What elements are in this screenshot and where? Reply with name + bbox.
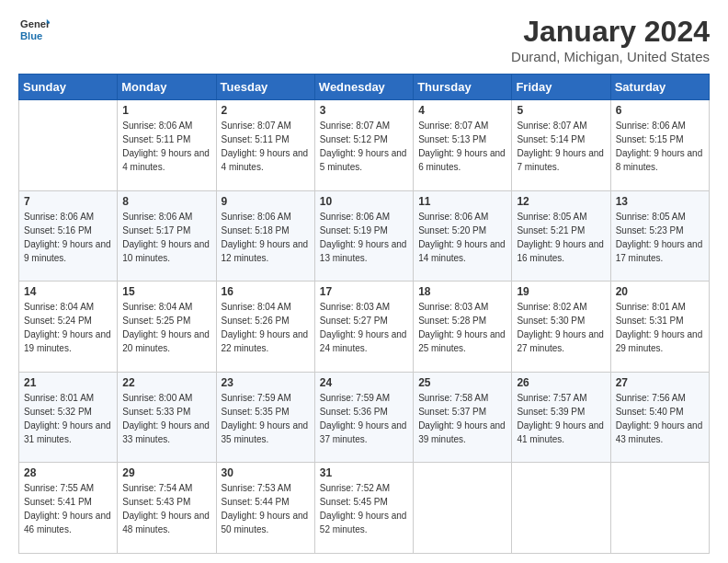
- day-number: 21: [24, 376, 112, 389]
- calendar-cell: 10 Sunrise: 8:06 AMSunset: 5:19 PMDaylig…: [314, 190, 413, 282]
- calendar-subtitle: Durand, Michigan, United States: [511, 49, 710, 64]
- day-info: Sunrise: 8:06 AMSunset: 5:20 PMDaylight:…: [418, 210, 506, 265]
- day-info: Sunrise: 8:06 AMSunset: 5:11 PMDaylight:…: [122, 119, 210, 174]
- calendar-cell: 21 Sunrise: 8:01 AMSunset: 5:32 PMDaylig…: [19, 372, 118, 463]
- day-number: 5: [517, 104, 605, 117]
- day-number: 22: [122, 376, 210, 389]
- day-number: 26: [517, 376, 605, 389]
- weekday-header-saturday: Saturday: [610, 75, 709, 100]
- calendar-cell: 22 Sunrise: 8:00 AMSunset: 5:33 PMDaylig…: [118, 372, 216, 463]
- day-number: 4: [418, 104, 506, 117]
- day-number: 14: [24, 285, 112, 298]
- day-number: 10: [320, 195, 408, 208]
- calendar-week-5: 28 Sunrise: 7:55 AMSunset: 5:41 PMDaylig…: [19, 463, 710, 554]
- calendar-cell: 9 Sunrise: 8:06 AMSunset: 5:18 PMDayligh…: [216, 190, 314, 282]
- calendar-body: 1 Sunrise: 8:06 AMSunset: 5:11 PMDayligh…: [19, 100, 710, 554]
- day-info: Sunrise: 8:04 AMSunset: 5:26 PMDaylight:…: [222, 300, 310, 355]
- day-info: Sunrise: 8:07 AMSunset: 5:12 PMDaylight:…: [320, 119, 408, 174]
- day-info: Sunrise: 7:53 AMSunset: 5:44 PMDaylight:…: [222, 481, 310, 536]
- weekday-header-sunday: Sunday: [19, 75, 118, 100]
- calendar-week-4: 21 Sunrise: 8:01 AMSunset: 5:32 PMDaylig…: [19, 372, 710, 463]
- calendar-week-3: 14 Sunrise: 8:04 AMSunset: 5:24 PMDaylig…: [19, 282, 710, 373]
- day-info: Sunrise: 8:03 AMSunset: 5:28 PMDaylight:…: [418, 300, 506, 355]
- day-info: Sunrise: 8:04 AMSunset: 5:25 PMDaylight:…: [122, 300, 210, 355]
- calendar-cell: 26 Sunrise: 7:57 AMSunset: 5:39 PMDaylig…: [512, 372, 610, 463]
- day-number: 17: [320, 285, 408, 298]
- day-number: 2: [222, 104, 310, 117]
- calendar-cell: 6 Sunrise: 8:06 AMSunset: 5:15 PMDayligh…: [610, 100, 709, 191]
- calendar-cell: 18 Sunrise: 8:03 AMSunset: 5:28 PMDaylig…: [414, 282, 512, 373]
- day-number: 30: [222, 466, 310, 479]
- day-info: Sunrise: 8:06 AMSunset: 5:19 PMDaylight:…: [320, 210, 408, 265]
- day-info: Sunrise: 8:06 AMSunset: 5:16 PMDaylight:…: [24, 210, 112, 265]
- calendar-cell: 31 Sunrise: 7:52 AMSunset: 5:45 PMDaylig…: [314, 463, 413, 554]
- day-number: 11: [418, 195, 506, 208]
- calendar-cell: 15 Sunrise: 8:04 AMSunset: 5:25 PMDaylig…: [118, 282, 216, 373]
- day-info: Sunrise: 7:54 AMSunset: 5:43 PMDaylight:…: [122, 481, 210, 536]
- day-info: Sunrise: 7:59 AMSunset: 5:35 PMDaylight:…: [222, 391, 310, 446]
- day-info: Sunrise: 7:52 AMSunset: 5:45 PMDaylight:…: [320, 481, 408, 536]
- day-number: 28: [24, 466, 112, 479]
- day-number: 18: [418, 285, 506, 298]
- day-number: 29: [122, 466, 210, 479]
- calendar-cell: 28 Sunrise: 7:55 AMSunset: 5:41 PMDaylig…: [19, 463, 118, 554]
- day-number: 23: [222, 376, 310, 389]
- day-number: 19: [517, 285, 605, 298]
- calendar-cell: 24 Sunrise: 7:59 AMSunset: 5:36 PMDaylig…: [314, 372, 413, 463]
- day-info: Sunrise: 8:07 AMSunset: 5:11 PMDaylight:…: [222, 119, 310, 174]
- day-info: Sunrise: 8:04 AMSunset: 5:24 PMDaylight:…: [24, 300, 112, 355]
- day-number: 20: [616, 285, 704, 298]
- day-info: Sunrise: 8:06 AMSunset: 5:15 PMDaylight:…: [616, 119, 704, 174]
- calendar-cell: 12 Sunrise: 8:05 AMSunset: 5:21 PMDaylig…: [512, 190, 610, 282]
- day-info: Sunrise: 7:57 AMSunset: 5:39 PMDaylight:…: [517, 391, 605, 446]
- calendar-cell: 19 Sunrise: 8:02 AMSunset: 5:30 PMDaylig…: [512, 282, 610, 373]
- calendar-cell: 27 Sunrise: 7:56 AMSunset: 5:40 PMDaylig…: [610, 372, 709, 463]
- calendar-cell: 5 Sunrise: 8:07 AMSunset: 5:14 PMDayligh…: [512, 100, 610, 191]
- logo: General Blue: [18, 15, 50, 48]
- weekday-header-monday: Monday: [118, 75, 216, 100]
- calendar-cell: 17 Sunrise: 8:03 AMSunset: 5:27 PMDaylig…: [314, 282, 413, 373]
- calendar-cell: 7 Sunrise: 8:06 AMSunset: 5:16 PMDayligh…: [19, 190, 118, 282]
- title-block: January 2024 Durand, Michigan, United St…: [511, 15, 710, 64]
- day-info: Sunrise: 8:01 AMSunset: 5:31 PMDaylight:…: [616, 300, 704, 355]
- calendar-cell: [19, 100, 118, 191]
- calendar-cell: 16 Sunrise: 8:04 AMSunset: 5:26 PMDaylig…: [216, 282, 314, 373]
- calendar-cell: 14 Sunrise: 8:04 AMSunset: 5:24 PMDaylig…: [19, 282, 118, 373]
- calendar-cell: 8 Sunrise: 8:06 AMSunset: 5:17 PMDayligh…: [118, 190, 216, 282]
- day-number: 1: [122, 104, 210, 117]
- calendar-cell: 25 Sunrise: 7:58 AMSunset: 5:37 PMDaylig…: [414, 372, 512, 463]
- calendar-title: January 2024: [511, 15, 710, 49]
- day-info: Sunrise: 8:05 AMSunset: 5:21 PMDaylight:…: [517, 210, 605, 265]
- day-info: Sunrise: 7:58 AMSunset: 5:37 PMDaylight:…: [418, 391, 506, 446]
- day-info: Sunrise: 7:59 AMSunset: 5:36 PMDaylight:…: [320, 391, 408, 446]
- day-info: Sunrise: 7:55 AMSunset: 5:41 PMDaylight:…: [24, 481, 112, 536]
- day-info: Sunrise: 8:00 AMSunset: 5:33 PMDaylight:…: [122, 391, 210, 446]
- day-info: Sunrise: 8:05 AMSunset: 5:23 PMDaylight:…: [616, 210, 704, 265]
- calendar-cell: 23 Sunrise: 7:59 AMSunset: 5:35 PMDaylig…: [216, 372, 314, 463]
- weekday-header-wednesday: Wednesday: [314, 75, 413, 100]
- day-number: 24: [320, 376, 408, 389]
- calendar-cell: 13 Sunrise: 8:05 AMSunset: 5:23 PMDaylig…: [610, 190, 709, 282]
- calendar-cell: 29 Sunrise: 7:54 AMSunset: 5:43 PMDaylig…: [118, 463, 216, 554]
- day-info: Sunrise: 8:06 AMSunset: 5:18 PMDaylight:…: [222, 210, 310, 265]
- day-info: Sunrise: 8:01 AMSunset: 5:32 PMDaylight:…: [24, 391, 112, 446]
- header: General Blue January 2024 Durand, Michig…: [18, 15, 710, 64]
- day-info: Sunrise: 7:56 AMSunset: 5:40 PMDaylight:…: [616, 391, 704, 446]
- calendar-table: SundayMondayTuesdayWednesdayThursdayFrid…: [18, 74, 710, 554]
- calendar-cell: [610, 463, 709, 554]
- day-number: 8: [122, 195, 210, 208]
- weekday-header-friday: Friday: [512, 75, 610, 100]
- calendar-cell: 20 Sunrise: 8:01 AMSunset: 5:31 PMDaylig…: [610, 282, 709, 373]
- day-number: 7: [24, 195, 112, 208]
- day-number: 27: [616, 376, 704, 389]
- day-number: 3: [320, 104, 408, 117]
- calendar-cell: 11 Sunrise: 8:06 AMSunset: 5:20 PMDaylig…: [414, 190, 512, 282]
- calendar-page: General Blue January 2024 Durand, Michig…: [0, 0, 728, 563]
- day-number: 16: [222, 285, 310, 298]
- calendar-cell: [414, 463, 512, 554]
- svg-text:General: General: [20, 18, 50, 29]
- day-number: 13: [616, 195, 704, 208]
- day-number: 25: [418, 376, 506, 389]
- calendar-cell: 30 Sunrise: 7:53 AMSunset: 5:44 PMDaylig…: [216, 463, 314, 554]
- day-info: Sunrise: 8:07 AMSunset: 5:13 PMDaylight:…: [418, 119, 506, 174]
